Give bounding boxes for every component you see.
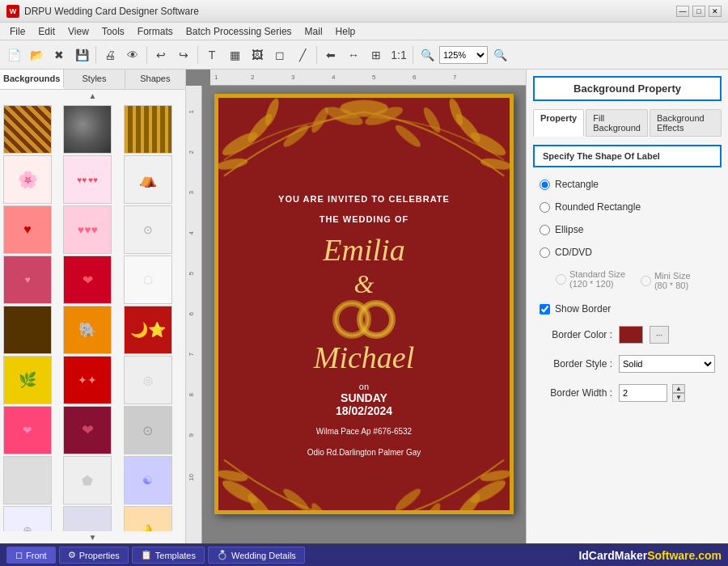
tb-zoom-in[interactable]: 🔍 — [417, 44, 438, 65]
bg-thumb-18[interactable]: ◎ — [124, 356, 172, 404]
tb-close[interactable]: ✖ — [49, 44, 70, 65]
radio-rounded-rectangle[interactable]: Rounded Rectangle — [533, 198, 722, 216]
status-btn-templates[interactable]: 📋 Templates — [132, 547, 205, 564]
border-width-input[interactable] — [619, 384, 667, 402]
status-btn-front[interactable]: ◻ Front — [6, 547, 56, 564]
status-templates-label: Templates — [155, 551, 196, 560]
bg-thumb-2[interactable] — [63, 105, 112, 154]
border-style-select[interactable]: Solid Dashed Dotted Double — [619, 355, 715, 373]
tb-align-left[interactable]: ⬅ — [320, 44, 341, 65]
tb-align-center[interactable]: ↔ — [343, 44, 364, 65]
bg-thumb-6[interactable]: ⛺ — [124, 155, 172, 204]
tb-text[interactable]: T — [201, 44, 222, 65]
tab-background-effects[interactable]: Background Effects — [650, 109, 722, 137]
bg-thumb-9[interactable]: ⊙ — [124, 205, 172, 254]
bg-thumb-4[interactable]: 🌸 — [3, 155, 52, 204]
tb-open[interactable]: 📂 — [26, 44, 47, 65]
card-on-text: on — [359, 382, 369, 391]
window-controls: — □ ✕ — [676, 6, 722, 17]
maximize-button[interactable]: □ — [692, 6, 705, 17]
menu-view[interactable]: View — [61, 24, 95, 39]
bg-thumb-27[interactable]: 🔔 — [124, 506, 172, 531]
border-color-swatch[interactable] — [619, 326, 643, 344]
close-button[interactable]: ✕ — [709, 6, 722, 17]
bg-thumb-16[interactable]: 🌿 — [3, 356, 52, 404]
bg-thumb-3[interactable] — [124, 105, 172, 154]
tb-zoom-out[interactable]: 🔍 — [489, 44, 510, 65]
bg-thumb-17[interactable]: ✦✦ — [63, 356, 112, 404]
show-border-checkbox[interactable] — [540, 304, 550, 315]
bg-thumb-10[interactable]: ♥ — [3, 256, 52, 304]
card-name1: Emilia — [323, 232, 404, 269]
bg-thumb-14[interactable]: 🐘 — [63, 306, 112, 354]
card-ampersand: & — [354, 269, 375, 299]
tb-undo[interactable]: ↩ — [150, 44, 171, 65]
tab-fill-background[interactable]: Fill Background — [586, 109, 648, 137]
tab-backgrounds[interactable]: Backgrounds — [0, 70, 64, 89]
tab-property[interactable]: Property — [533, 109, 584, 137]
menu-file[interactable]: File — [3, 24, 32, 39]
menu-edit[interactable]: Edit — [32, 24, 61, 39]
bg-thumb-19[interactable]: ❤ — [3, 406, 52, 454]
bg-thumb-5[interactable]: ♥♥♥♥ — [63, 155, 112, 204]
tb-sep5 — [413, 46, 413, 64]
tb-save[interactable]: 💾 — [71, 44, 92, 65]
radio-ellipse-input[interactable] — [540, 225, 550, 235]
tb-print[interactable]: 🖨 — [99, 44, 121, 65]
spin-down[interactable]: ▼ — [672, 393, 685, 402]
templates-icon: 📋 — [141, 550, 152, 560]
bg-thumb-12[interactable]: ⬡ — [124, 256, 172, 304]
status-wedding-details-label: Wedding Details — [231, 551, 296, 560]
tb-shape[interactable]: ◻ — [269, 44, 290, 65]
bg-thumb-11[interactable]: ❤ — [63, 256, 112, 304]
tb-line[interactable]: ╱ — [292, 44, 313, 65]
minimize-button[interactable]: — — [676, 6, 689, 17]
radio-rectangle[interactable]: Rectangle — [533, 175, 722, 193]
bg-thumb-22[interactable] — [3, 456, 52, 505]
radio-cd-dvd-input[interactable] — [540, 247, 550, 258]
bg-thumb-21[interactable]: ⊙ — [124, 406, 172, 454]
bg-thumb-23[interactable]: ⬟ — [63, 456, 112, 505]
bg-thumb-8[interactable]: ♥♥♥ — [63, 205, 112, 254]
tb-ratio[interactable]: 1:1 — [388, 44, 409, 65]
menu-mail[interactable]: Mail — [298, 24, 329, 39]
zoom-select[interactable]: 125% 100% 75% 50% — [439, 46, 488, 64]
scroll-up-arrow[interactable]: ▲ — [0, 90, 185, 102]
tb-sep3 — [197, 46, 198, 64]
tb-preview[interactable]: 👁 — [122, 44, 143, 65]
bg-thumb-15[interactable]: 🌙⭐ — [124, 306, 172, 354]
bg-property-title: Background Property — [533, 76, 722, 101]
scroll-down-arrow[interactable]: ▼ — [0, 531, 185, 543]
status-btn-properties[interactable]: ⚙ Properties — [59, 547, 129, 564]
bg-thumb-7[interactable]: ♥ — [3, 205, 52, 254]
radio-ellipse[interactable]: Ellipse — [533, 221, 722, 239]
spin-up[interactable]: ▲ — [672, 384, 685, 393]
bg-thumb-20[interactable]: ❤ — [63, 406, 112, 454]
radio-ellipse-label: Ellipse — [555, 224, 583, 235]
radio-rectangle-input[interactable] — [540, 180, 550, 190]
menu-help[interactable]: Help — [329, 24, 362, 39]
toolbar: 📄 📂 ✖ 💾 🖨 👁 ↩ ↪ T ▦ 🖼 ◻ ╱ ⬅ ↔ ⊞ 1:1 🔍 12… — [0, 40, 728, 70]
tb-sep2 — [146, 46, 147, 64]
menu-formats[interactable]: Formats — [131, 24, 180, 39]
border-color-browse[interactable]: ··· — [650, 326, 669, 344]
tb-new[interactable]: 📄 — [3, 44, 24, 65]
card-name2: Michael — [314, 340, 415, 375]
status-btn-wedding-details[interactable]: 💍 Wedding Details — [208, 547, 305, 564]
tb-barcode[interactable]: ▦ — [224, 44, 245, 65]
radio-cd-dvd[interactable]: CD/DVD — [533, 243, 722, 261]
bg-thumb-26[interactable] — [63, 506, 112, 531]
tab-shapes[interactable]: Shapes — [125, 70, 185, 89]
bg-thumb-13[interactable] — [3, 306, 52, 354]
radio-rounded-rectangle-input[interactable] — [540, 202, 550, 213]
bg-thumb-25[interactable]: ⊕ — [3, 506, 52, 531]
menu-batch-processing[interactable]: Batch Processing Series — [180, 24, 298, 39]
bg-thumb-1[interactable] — [3, 105, 52, 154]
tb-redo[interactable]: ↪ — [173, 44, 194, 65]
tb-image[interactable]: 🖼 — [247, 44, 268, 65]
tb-grid[interactable]: ⊞ — [366, 44, 387, 65]
menu-tools[interactable]: Tools — [95, 24, 131, 39]
tab-styles[interactable]: Styles — [64, 70, 125, 89]
border-color-label: Border Color : — [540, 329, 612, 340]
bg-thumb-24[interactable]: ☯ — [124, 456, 172, 505]
